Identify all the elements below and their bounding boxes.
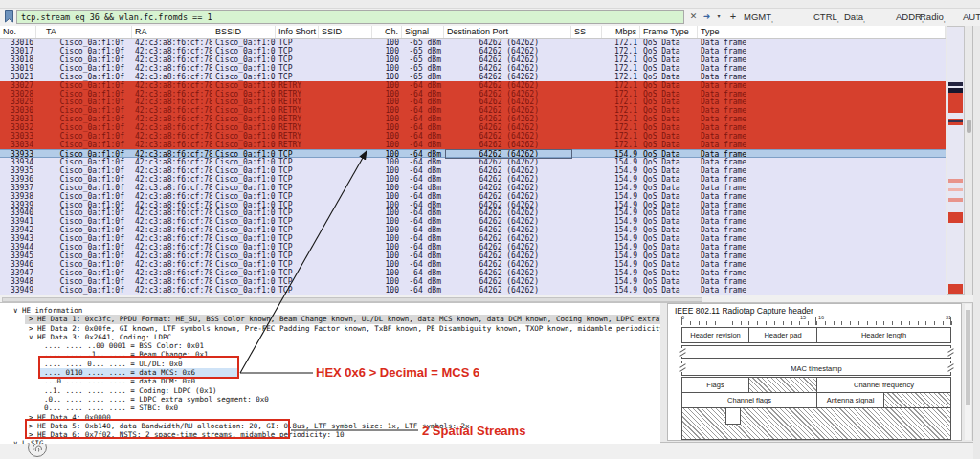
detail-tree-item[interactable]: ∨ L-SIG: [0, 439, 660, 444]
packet-row[interactable]: 33942Cisco_0a:f1:0f42:c3:a8:f6:cf:78Cisc…: [0, 226, 946, 234]
filter-button-data[interactable]: Data,: [844, 11, 865, 23]
detail-tree-item[interactable]: .... .... .1.. .... = Beam Change: 0x1: [0, 350, 660, 359]
diagram-scrollbar-thumb[interactable]: [966, 310, 970, 405]
packet-row[interactable]: 33031Cisco_0a:f1:0f42:c3:a8:f6:cf:78Cisc…: [0, 115, 946, 123]
cell-ss: [571, 98, 602, 106]
column-header-ftype[interactable]: Frame Type: [640, 26, 698, 38]
column-header-ra[interactable]: RA: [132, 26, 212, 38]
filter-bookmark-icon[interactable]: [4, 10, 14, 23]
detail-tree-item[interactable]: > HE Data 6: 0x7f02, NSTS: 2 space-time …: [0, 430, 660, 439]
cell-ta: Cisco_0a:f1:0f: [36, 286, 132, 295]
packet-list-scrollbar-minimap[interactable]: [947, 26, 965, 295]
cell-bssid: Cisco_0a:f1:0f: [212, 64, 276, 73]
scrollbar-thumb[interactable]: [967, 120, 971, 133]
packet-row[interactable]: 33027Cisco_0a:f1:0f42:c3:a8:f6:cf:78Cisc…: [0, 81, 946, 90]
detail-tree-item[interactable]: .0.. .... .... .... = LDPC extra symbol …: [0, 395, 660, 404]
cell-signal: -64 dBm: [402, 106, 444, 115]
packet-row[interactable]: 33019Cisco_0a:f1:0f42:c3:a8:f6:cf:78Cisc…: [0, 64, 946, 73]
selected-cell-outline: [445, 149, 572, 159]
display-filter-input[interactable]: [16, 10, 684, 24]
packet-row[interactable]: 33936Cisco_0a:f1:0f42:c3:a8:f6:cf:78Cisc…: [0, 175, 946, 184]
packet-row[interactable]: 33021Cisco_0a:f1:0f42:c3:a8:f6:cf:78Cisc…: [0, 73, 946, 81]
packet-row[interactable]: 33034Cisco_0a:f1:0f42:c3:a8:f6:cf:78Cisc…: [0, 141, 946, 149]
cell-ch: 100: [372, 150, 402, 157]
column-header-ch[interactable]: Ch.: [372, 26, 402, 38]
detail-tree-item[interactable]: > HE Data 4: 0x0000: [0, 413, 660, 422]
horizontal-scrollbar[interactable]: [0, 295, 973, 303]
detail-tree-item[interactable]: ∨ HE information: [0, 306, 660, 315]
packet-row[interactable]: 33032Cisco_0a:f1:0f42:c3:a8:f6:cf:78Cisc…: [0, 123, 946, 132]
cell-ra: 42:c3:a8:f6:cf:78: [132, 251, 212, 260]
packet-row[interactable]: 33938Cisco_0a:f1:0f42:c3:a8:f6:cf:78Cisc…: [0, 192, 946, 201]
column-header-signal[interactable]: Signal: [402, 26, 444, 38]
cell-info: TCP: [276, 184, 319, 192]
detail-tree-item[interactable]: ..1. .... .... .... = Coding: LDPC (0x1): [0, 386, 660, 395]
cell-bssid: Cisco_0a:f1:0f: [212, 192, 276, 201]
detail-tree-item[interactable]: > HE Data 1: 0xc3fc, PPDU Format: HE_SU,…: [0, 315, 660, 323]
column-header-type[interactable]: Type: [698, 26, 946, 38]
cell-signal: -64 dBm: [402, 201, 444, 209]
filter-button-radio[interactable]: Radio,: [920, 11, 946, 23]
column-header-dport[interactable]: Destination Port: [444, 26, 571, 38]
column-header-info[interactable]: Info Short: [276, 26, 319, 38]
packet-row[interactable]: 33949Cisco_0a:f1:0f42:c3:a8:f6:cf:78Cisc…: [0, 286, 946, 295]
packet-row[interactable]: 33018Cisco_0a:f1:0f42:c3:a8:f6:cf:78Cisc…: [0, 55, 946, 64]
packet-row[interactable]: 33946Cisco_0a:f1:0f42:c3:a8:f6:cf:78Cisc…: [0, 260, 946, 269]
filter-apply-icon[interactable]: ➜: [700, 10, 714, 24]
field-header-length: Header length: [816, 327, 951, 343]
cell-ss: [571, 201, 602, 209]
packet-row[interactable]: 33939Cisco_0a:f1:0f42:c3:a8:f6:cf:78Cisc…: [0, 201, 946, 209]
detail-tree-item[interactable]: > HE Data 2: 0x00fe, GI known, LTF symbo…: [0, 324, 660, 333]
cell-type: Data frame: [698, 150, 946, 157]
packet-list-header[interactable]: No.TARABSSIDInfo ShortSSIDCh.SignalDesti…: [0, 26, 946, 39]
cell-info: TCP: [276, 192, 319, 201]
column-header-ssid[interactable]: SSID: [319, 26, 372, 38]
packet-row[interactable]: 33030Cisco_0a:f1:0f42:c3:a8:f6:cf:78Cisc…: [0, 106, 946, 115]
column-header-ss[interactable]: SS: [571, 26, 602, 38]
filter-button-mgmt[interactable]: MGMT,: [744, 11, 773, 23]
cell-ftype: QoS Data: [640, 106, 698, 115]
filter-add-button[interactable]: +: [727, 10, 739, 24]
cell-signal: -65 dBm: [402, 38, 444, 47]
cell-ss: [571, 115, 602, 123]
cell-type: Data frame: [698, 47, 946, 55]
bit-ruler: 0 15 16 31: [681, 316, 951, 325]
detail-tree-item[interactable]: ∨ HE Data 3: 0x2641, Coding: LDPC: [0, 333, 660, 341]
cell-ssid: [319, 150, 372, 157]
packet-row[interactable]: 33940Cisco_0a:f1:0f42:c3:a8:f6:cf:78Cisc…: [0, 208, 946, 217]
filter-recent-dropdown-icon[interactable]: ▾: [714, 10, 724, 24]
packet-row[interactable]: 33947Cisco_0a:f1:0f42:c3:a8:f6:cf:78Cisc…: [0, 269, 946, 277]
field-mac-timestamp: MAC timestamp: [681, 361, 951, 376]
filter-clear-icon[interactable]: ✕: [687, 10, 700, 24]
packet-row[interactable]: 33941Cisco_0a:f1:0f42:c3:a8:f6:cf:78Cisc…: [0, 217, 946, 226]
filter-button-ctrl[interactable]: CTRL,: [813, 11, 839, 23]
horizontal-scrollbar-thumb[interactable]: [2, 297, 702, 302]
packet-row[interactable]: 33935Cisco_0a:f1:0f42:c3:a8:f6:cf:78Cisc…: [0, 166, 946, 175]
packet-row[interactable]: 33028Cisco_0a:f1:0f42:c3:a8:f6:cf:78Cisc…: [0, 90, 946, 98]
packet-row[interactable]: 33017Cisco_0a:f1:0f42:c3:a8:f6:cf:78Cisc…: [0, 47, 946, 55]
minimap-mark: [948, 120, 963, 122]
column-header-ta[interactable]: TA: [36, 26, 132, 38]
break-mark: [679, 363, 685, 372]
column-header-mbps[interactable]: Mbps: [602, 26, 640, 38]
diagram-scrollbar[interactable]: [965, 304, 971, 440]
packet-row[interactable]: 33945Cisco_0a:f1:0f42:c3:a8:f6:cf:78Cisc…: [0, 251, 946, 260]
packet-row[interactable]: 33029Cisco_0a:f1:0f42:c3:a8:f6:cf:78Cisc…: [0, 98, 946, 106]
packet-row[interactable]: 33016Cisco_0a:f1:0f42:c3:a8:f6:cf:78Cisc…: [0, 38, 946, 47]
packet-row[interactable]: 33948Cisco_0a:f1:0f42:c3:a8:f6:cf:78Cisc…: [0, 277, 946, 286]
detail-tree-item[interactable]: > HE Data 5: 0xb140, data Bandwidth/RU a…: [0, 422, 660, 430]
packet-row[interactable]: 33943Cisco_0a:f1:0f42:c3:a8:f6:cf:78Cisc…: [0, 234, 946, 243]
detail-tree-item[interactable]: .... .... ..00 0001 = BSS Color: 0x01: [0, 341, 660, 350]
cell-ssid: [319, 269, 372, 277]
packet-row[interactable]: 33033Cisco_0a:f1:0f42:c3:a8:f6:cf:78Cisc…: [0, 132, 946, 141]
packet-row[interactable]: 33944Cisco_0a:f1:0f42:c3:a8:f6:cf:78Cisc…: [0, 243, 946, 251]
column-header-bssid[interactable]: BSSID: [212, 26, 276, 38]
cell-info: TCP: [276, 158, 319, 166]
packet-row[interactable]: 33937Cisco_0a:f1:0f42:c3:a8:f6:cf:78Cisc…: [0, 184, 946, 192]
cell-info: TCP: [276, 166, 319, 175]
cell-ssid: [319, 184, 372, 192]
column-header-no[interactable]: No.: [0, 26, 36, 38]
filter-button-auth[interactable]: AUTH,: [963, 11, 980, 23]
detail-tree-item[interactable]: 0... .... .... .... = STBC: 0x0: [0, 404, 660, 412]
packet-row[interactable]: 33934Cisco_0a:f1:0f42:c3:a8:f6:cf:78Cisc…: [0, 158, 946, 166]
